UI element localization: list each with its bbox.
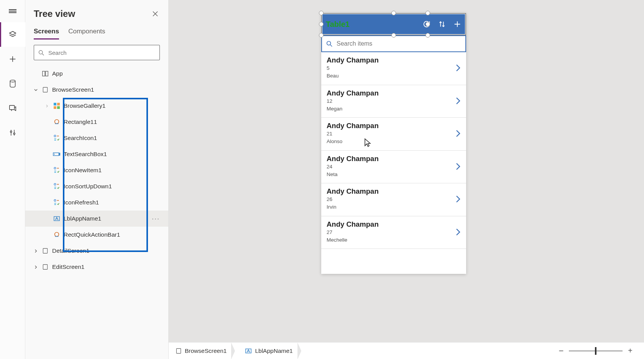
resize-handle[interactable] bbox=[426, 33, 430, 38]
breadcrumb-label: BrowseScreen1 bbox=[185, 347, 227, 354]
chevron-down-icon bbox=[34, 88, 41, 92]
chevron-right-icon bbox=[34, 265, 41, 269]
tab-components[interactable]: Components bbox=[68, 28, 105, 40]
item-line2: Neta bbox=[327, 171, 455, 178]
svg-rect-1 bbox=[9, 105, 14, 110]
chevron-right-icon bbox=[455, 162, 461, 171]
tree-node-label: IconRefresh1 bbox=[64, 199, 99, 206]
item-line2: Megan bbox=[327, 105, 455, 113]
gallery-icon bbox=[52, 102, 61, 109]
database-icon bbox=[9, 79, 16, 88]
design-canvas[interactable]: Table1 bbox=[169, 0, 644, 359]
close-panel-button[interactable] bbox=[151, 9, 160, 18]
svg-point-2 bbox=[10, 131, 12, 133]
settings-rail-button[interactable] bbox=[0, 120, 25, 145]
svg-rect-7 bbox=[43, 87, 47, 92]
media-rail-button[interactable] bbox=[0, 96, 25, 120]
gallery-item[interactable]: Andy Champan 26 Irvin bbox=[321, 183, 466, 216]
tree-item[interactable]: Rectangle11 bbox=[25, 114, 168, 130]
tree-item[interactable]: IconNewItem1 bbox=[25, 162, 168, 178]
group-node-icon bbox=[52, 183, 61, 190]
svg-point-0 bbox=[10, 80, 15, 82]
breadcrumb-item[interactable]: LblAppName1 bbox=[238, 347, 301, 354]
resize-handle[interactable] bbox=[426, 22, 430, 26]
breadcrumb-item[interactable]: BrowseScreen1 bbox=[176, 347, 235, 354]
tree-item[interactable]: IconRefresh1 bbox=[25, 194, 168, 211]
resize-handle[interactable] bbox=[391, 33, 396, 38]
new-item-button[interactable] bbox=[453, 20, 462, 28]
chevron-right-icon bbox=[34, 249, 41, 253]
more-menu-button[interactable]: ··· bbox=[152, 215, 160, 223]
close-icon bbox=[152, 11, 158, 17]
item-line2: Beau bbox=[327, 72, 455, 80]
svg-point-3 bbox=[13, 133, 15, 135]
item-line1: 12 bbox=[327, 97, 455, 105]
item-line2: Alonso bbox=[327, 138, 455, 145]
gallery-item[interactable]: Andy Champan 12 Megan bbox=[321, 85, 466, 118]
phone-preview: Table1 bbox=[321, 13, 466, 274]
zoom-controls: − + bbox=[559, 346, 644, 356]
item-name: Andy Champan bbox=[327, 220, 455, 229]
tree-search-input[interactable] bbox=[48, 49, 156, 56]
label-node-icon bbox=[245, 347, 252, 354]
svg-rect-8 bbox=[54, 103, 56, 105]
gallery-item[interactable]: Andy Champan 24 Neta bbox=[321, 151, 466, 184]
tree-search-box[interactable] bbox=[34, 45, 160, 60]
screen-icon bbox=[41, 87, 50, 93]
rectangle-node-icon bbox=[52, 231, 61, 238]
svg-rect-21 bbox=[43, 249, 47, 254]
sort-button[interactable] bbox=[438, 20, 446, 28]
svg-rect-15 bbox=[59, 153, 60, 155]
tree-browsescreen-node[interactable]: BrowseScreen1 bbox=[25, 82, 168, 98]
svg-rect-11 bbox=[57, 106, 60, 109]
gallery-item[interactable]: Andy Champan 27 Mechelle bbox=[321, 216, 466, 249]
tree-item[interactable]: RectQuickActionBar1 bbox=[25, 227, 168, 243]
svg-rect-9 bbox=[57, 103, 60, 105]
resize-handle[interactable] bbox=[319, 22, 324, 26]
gallery[interactable]: Andy Champan 5 Beau Andy Champan 12 Mega… bbox=[321, 52, 466, 274]
tree-view-rail-button[interactable] bbox=[0, 22, 25, 47]
tree-item[interactable]: IconSortUpDown1 bbox=[25, 178, 168, 194]
zoom-in-button[interactable]: + bbox=[628, 346, 632, 355]
resize-handle[interactable] bbox=[426, 11, 430, 15]
item-line1: 5 bbox=[327, 64, 455, 72]
tree-node-label: SearchIcon1 bbox=[64, 135, 97, 142]
resize-handle[interactable] bbox=[391, 11, 396, 15]
screen-icon bbox=[41, 248, 50, 254]
zoom-slider-thumb[interactable] bbox=[595, 347, 596, 355]
svg-point-16 bbox=[54, 167, 56, 169]
phone-search-box[interactable] bbox=[321, 35, 466, 52]
tree-item[interactable]: SearchIcon1 bbox=[25, 130, 168, 146]
textbox-node-icon bbox=[52, 152, 61, 157]
phone-search-input[interactable] bbox=[336, 40, 462, 48]
screen-icon bbox=[41, 264, 50, 270]
gallery-item[interactable]: Andy Champan 5 Beau bbox=[321, 52, 466, 85]
chevron-right-icon bbox=[455, 228, 461, 236]
tree-item[interactable]: BrowseGallery1 bbox=[25, 98, 168, 114]
tree-node-label: BrowseGallery1 bbox=[64, 102, 105, 109]
panel-title: Tree view bbox=[34, 8, 75, 19]
data-rail-button[interactable] bbox=[0, 71, 25, 96]
rectangle-node-icon bbox=[52, 119, 61, 125]
tree-item-selected[interactable]: LblAppName1 ··· bbox=[25, 211, 168, 227]
item-name: Andy Champan bbox=[327, 187, 455, 196]
tree-node-label: LblAppName1 bbox=[64, 215, 101, 222]
tree-editscreen-node[interactable]: EditScreen1 bbox=[25, 259, 168, 275]
tree-node-label: BrowseScreen1 bbox=[52, 86, 94, 93]
hamburger-button[interactable] bbox=[0, 0, 25, 22]
tree-detailscreen-node[interactable]: DetailScreen1 bbox=[25, 243, 168, 259]
phone-header: Table1 bbox=[321, 13, 466, 35]
insert-rail-button[interactable] bbox=[0, 47, 25, 71]
tree-app-node[interactable]: App bbox=[25, 66, 168, 82]
zoom-out-button[interactable]: − bbox=[559, 346, 564, 356]
tab-screens[interactable]: Screens bbox=[34, 28, 59, 40]
resize-handle[interactable] bbox=[319, 33, 324, 38]
svg-point-17 bbox=[54, 183, 56, 185]
tree-item[interactable]: TextSearchBox1 bbox=[25, 146, 168, 162]
search-icon bbox=[38, 49, 44, 56]
gallery-item[interactable]: Andy Champan 21 Alonso bbox=[321, 118, 466, 151]
resize-handle[interactable] bbox=[319, 11, 324, 15]
phone-title-label[interactable]: Table1 bbox=[326, 20, 350, 29]
zoom-slider[interactable] bbox=[569, 351, 623, 351]
svg-rect-22 bbox=[43, 265, 47, 270]
